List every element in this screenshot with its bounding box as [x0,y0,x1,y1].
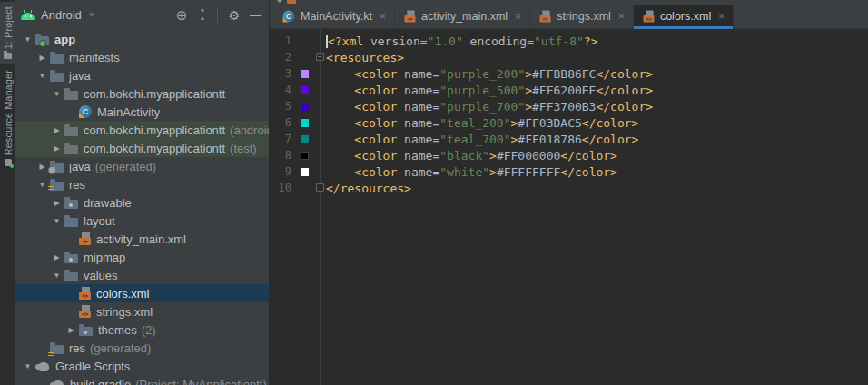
editor-tab-strings-xml[interactable]: strings.xml× [530,5,634,28]
chevron-right-icon[interactable]: ▶ [50,199,64,207]
xml-file-icon [643,11,654,23]
code-line[interactable]: <color name="teal_200">#FF03DAC5</color> [321,114,868,131]
swatch-spacer [301,54,309,62]
color-swatch [301,152,309,160]
chevron-down-icon[interactable]: ▼ [50,90,64,98]
editor-tab-colors-xml[interactable]: colors.xml× [634,5,734,28]
code-line[interactable]: <color name="white">#FFFFFFFF</color> [321,163,868,180]
code-line[interactable]: <color name="purple_500">#FF6200EE</colo… [321,82,868,98]
tree-item-themes-2[interactable]: ▶themes(2) [15,321,269,339]
folder-icon [64,200,78,209]
close-icon[interactable]: × [380,11,386,22]
chevron-down-icon[interactable]: ▼ [50,217,64,225]
editor-tab-activity-main-xml[interactable]: activity_main.xml× [395,5,530,28]
tree-item-label: java [69,69,91,83]
project-view-selector[interactable]: Android ▼ [21,8,95,22]
locate-file-icon[interactable]: ⊕ [176,8,188,22]
chevron-right-icon[interactable]: ▶ [35,54,49,62]
tool-window-button-project[interactable]: 1: Project [0,2,15,64]
chevron-right-icon[interactable]: ▶ [50,126,64,134]
folder-icon [50,54,64,64]
line-number: 1 [270,35,291,47]
close-icon[interactable]: × [618,11,625,22]
gutter-line: 4 [270,82,320,98]
selector-label: Android [41,8,82,22]
tree-item-java-generated[interactable]: ▶java(generated) [15,157,269,175]
chevron-down-icon[interactable]: ▼ [50,271,64,280]
tree-item-java[interactable]: ▼java [15,66,269,84]
gutter-line: 6 [270,114,320,131]
chevron-down-icon[interactable]: ▼ [21,362,35,370]
code-token: name [397,133,432,146]
chevron-right-icon[interactable]: ▶ [50,144,64,153]
tree-item-label: layout [84,214,115,228]
tree-item-mipmap[interactable]: ▶mipmap [15,248,269,266]
color-swatch [301,86,309,94]
code-line[interactable]: </resources> [321,180,868,196]
collapse-all-icon[interactable]: ▼ ▲ [197,9,207,21]
code-token: <resources> [326,51,404,64]
tree-item-res[interactable]: ▼res [15,175,269,193]
kotlin-file-icon [283,11,295,23]
code-token: "teal_700" [439,133,510,146]
settings-gear-icon[interactable]: ⚙ [228,9,240,22]
tree-item-mainactivity[interactable]: MainActivity [15,103,269,121]
tab-label: activity_main.xml [421,10,508,23]
code-token: #FF000000 [497,149,560,163]
tree-item-res-generated[interactable]: res(generated) [15,339,269,357]
code-token: > [511,133,518,146]
tree-item-drawable[interactable]: ▶drawable [15,193,269,212]
chevron-right-icon[interactable]: ▶ [35,163,49,171]
code-token: </resources> [326,182,411,195]
code-line[interactable]: <color name="purple_200">#FFBB86FC</colo… [321,65,868,82]
tree-item-label: values [84,269,118,282]
tree-item-label: build.gradle [70,378,131,385]
tree-item-suffix: (2) [142,323,156,337]
tree-item-com-bokchi-myapplicationtt[interactable]: ▼com.bokchi.myapplicationtt [15,84,269,103]
hide-panel-icon[interactable]: — [250,9,261,21]
fold-marker[interactable] [316,183,324,192]
chevron-down-icon[interactable]: ▼ [21,35,35,44]
res-folder-icon [50,182,64,191]
code-line[interactable]: <?xml version="1.0" encoding="utf-8"?> [321,33,868,49]
tree-item-app[interactable]: ▼app [15,30,269,48]
tree-item-activity-main-xml[interactable]: activity_main.xml [15,230,269,248]
tree-item-gradle-scripts[interactable]: ▼Gradle Scripts [15,357,269,375]
editor-tab-mainactivity-kt[interactable]: MainActivity.kt× [273,5,395,28]
chevron-down-icon[interactable]: ▼ [35,72,49,80]
gutter-line: 10 [270,180,320,196]
tree-item-com-bokchi-myapplicationtt-androidtest[interactable]: ▶com.bokchi.myapplicationtt(androidTest) [15,121,269,139]
code-line[interactable]: <color name="teal_700">#FF018786</color> [321,131,868,147]
tree-item-values[interactable]: ▼values [15,266,269,284]
tree-item-build-gradle-project-myapplicationtt[interactable]: build.gradle(Project: MyApplicationtt) [15,375,269,385]
code-line[interactable]: <resources> [321,49,868,65]
tab-label: MainActivity.kt [301,10,372,23]
code-area[interactable]: <?xml version="1.0" encoding="utf-8"?><r… [321,29,868,385]
code-token: #FF03DAC5 [518,116,581,130]
folder-icon [64,272,78,281]
tree-item-layout[interactable]: ▼layout [15,212,269,230]
tree-item-colors-xml[interactable]: colors.xml [15,284,269,302]
code-line[interactable]: <color name="black">#FF000000</color> [321,147,868,163]
chevron-down-icon[interactable]: ▼ [35,181,49,189]
code-token: = [420,35,428,48]
close-icon[interactable]: × [718,11,725,22]
line-number: 6 [270,116,291,129]
code-token: = [432,116,439,130]
code-token: </color> [596,67,653,81]
code-token: name [397,116,432,130]
tool-window-button-resource-manager[interactable]: Resource Manager [0,65,15,171]
tree-item-manifests[interactable]: ▶manifests [15,48,269,66]
code-line[interactable]: <color name="purple_700">#FF3700B3</colo… [321,98,868,114]
chevron-right-icon[interactable]: ▶ [64,326,78,334]
tree-item-com-bokchi-myapplicationtt-test[interactable]: ▶com.bokchi.myapplicationtt(test) [15,139,269,157]
tree-item-strings-xml[interactable]: strings.xml [15,302,269,321]
editor-body[interactable]: 12−345678910 <?xml version="1.0" encodin… [270,29,868,385]
close-icon[interactable]: × [515,11,521,22]
code-token: ?> [584,35,598,48]
fold-marker[interactable]: − [316,53,324,61]
package-icon [64,127,78,136]
code-token: name [397,84,432,97]
tree-item-label: activity_main.xml [96,232,186,246]
chevron-right-icon[interactable]: ▶ [50,253,64,262]
